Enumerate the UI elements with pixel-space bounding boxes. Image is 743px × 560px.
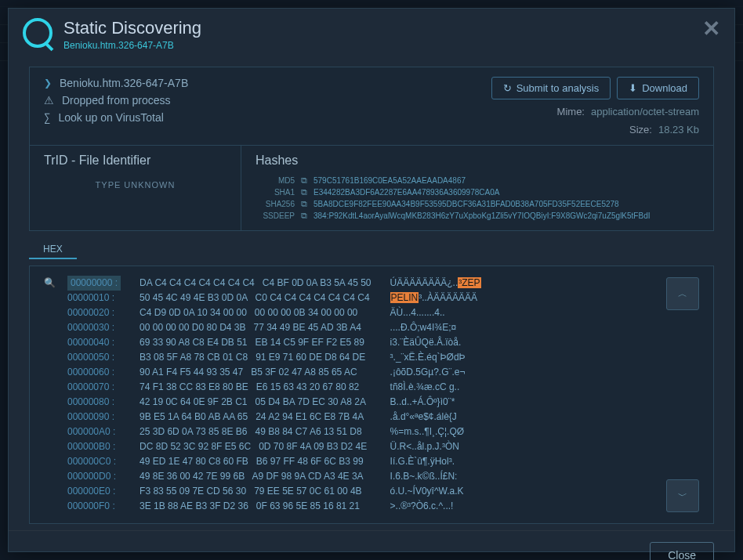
app-logo-icon [23,18,53,48]
size-value: 18.23 Kb [658,124,699,135]
info-left: ❯ Benioku.htm.326-647-A7B ⚠ Dropped from… [44,77,188,124]
dropped-line[interactable]: ⚠ Dropped from process [44,94,188,107]
submit-analysis-button[interactable]: ↻ Submit to analysis [491,77,611,99]
modal-subtitle: Benioku.htm.326-647-A7B [63,40,691,51]
copy-icon[interactable]: ⧉ [301,187,307,197]
copy-icon[interactable]: ⧉ [301,175,307,186]
modal-footer: Close [9,530,734,560]
sigma-icon: ∑ [44,111,50,124]
tab-hex[interactable]: HEX [29,240,77,259]
hex-offsets-col: 00000000 :00000010 :00000020 :00000030 :… [67,276,121,514]
download-label: Download [642,82,687,94]
hex-body: 00000000 :00000010 :00000020 :00000030 :… [67,276,699,514]
virustotal-line[interactable]: ∑ Look up on VirusTotal [44,111,188,124]
warning-icon: ⚠ [44,94,54,107]
hex-viewer: 🔍 00000000 :00000010 :00000020 :00000030… [29,266,714,524]
scroll-up-button[interactable]: ︿ [666,277,699,310]
vt-label: Look up on VirusTotal [58,111,163,124]
static-discovering-modal: Static Discovering Benioku.htm.326-647-A… [8,8,735,552]
hash-section: TrID - File Identifier TYPE UNKNOWN Hash… [30,145,713,230]
info-top: ❯ Benioku.htm.326-647-A7B ⚠ Dropped from… [30,67,713,145]
hash-label: SHA1 [256,188,295,197]
size-label: Size: [629,124,652,135]
hashes-title: Hashes [256,154,699,168]
modal-title: Static Discovering [63,18,691,38]
filename-line[interactable]: ❯ Benioku.htm.326-647-A7B [44,77,188,89]
trid-title: TrID - File Identifier [44,154,227,168]
hash-label: SSDEEP [256,211,295,220]
hash-row: SHA1⧉E344282BA3DF6A2287E6AA478936A360997… [256,187,699,197]
hash-label: MD5 [256,176,295,185]
hash-value: E344282BA3DF6A2287E6AA478936A3609978CA0A [314,188,499,197]
download-icon: ⬇ [629,82,637,94]
hash-row: MD5⧉579C51761B169C0EA5A52AAEAADA4867 [256,175,699,186]
hash-value: 579C51761B169C0EA5A52AAEAADA4867 [314,176,466,185]
search-icon[interactable]: 🔍 [44,277,56,288]
info-panel: ❯ Benioku.htm.326-647-A7B ⚠ Dropped from… [29,67,714,231]
info-right: ↻ Submit to analysis ⬇ Download Mime: ap… [491,77,699,135]
download-button[interactable]: ⬇ Download [617,77,699,99]
trid-panel: TrID - File Identifier TYPE UNKNOWN [30,146,241,230]
copy-icon[interactable]: ⧉ [301,211,307,221]
mime-label: Mime: [557,106,585,117]
copy-icon[interactable]: ⧉ [301,199,307,209]
submit-label: Submit to analysis [516,82,600,94]
close-icon[interactable]: ✕ [702,18,720,40]
hash-value: 384:P92KdtL4aorAyalWcqMKB283H6zY7uXpboKg… [314,211,651,220]
hash-row: SHA256⧉5BA8DCE9F82FEE90AA34B9F53595DBCF3… [256,199,699,209]
close-button[interactable]: Close [650,542,714,560]
filename: Benioku.htm.326-647-A7B [60,77,188,89]
hash-row: SSDEEP⧉384:P92KdtL4aorAyalWcqMKB283H6zY7… [256,211,699,221]
hex-bytes-col: DA C4 C4 C4 C4 C4 C4 C4 C4 BF 0D 0A B3 5… [140,276,371,514]
dropped-label: Dropped from process [62,94,171,107]
mime-value: application/octet-stream [591,106,699,117]
size-row: Size: 18.23 Kb [629,124,699,135]
refresh-icon: ↻ [503,82,512,94]
hex-ascii-col: ÚÄÄÄÄÄÄÄÄ¿..³ZEPPELIN³..ÀÄÄÄÄÄÄÄÄÙ...4..… [390,276,481,514]
hash-value: 5BA8DCE9F82FEE90AA34B9F53595DBCF36A31BFA… [314,200,619,208]
mime-row: Mime: application/octet-stream [557,106,699,117]
title-block: Static Discovering Benioku.htm.326-647-A… [63,18,691,51]
modal-header: Static Discovering Benioku.htm.326-647-A… [9,9,734,60]
hashes-panel: Hashes MD5⧉579C51761B169C0EA5A52AAEAADA4… [241,146,713,230]
hex-tabs: HEX [29,240,714,259]
hash-label: SHA256 [256,200,295,208]
scroll-down-button[interactable]: ﹀ [666,479,699,512]
trid-type: TYPE UNKNOWN [44,180,227,190]
button-row: ↻ Submit to analysis ⬇ Download [491,77,699,99]
chevron-right-icon: ❯ [44,78,52,89]
